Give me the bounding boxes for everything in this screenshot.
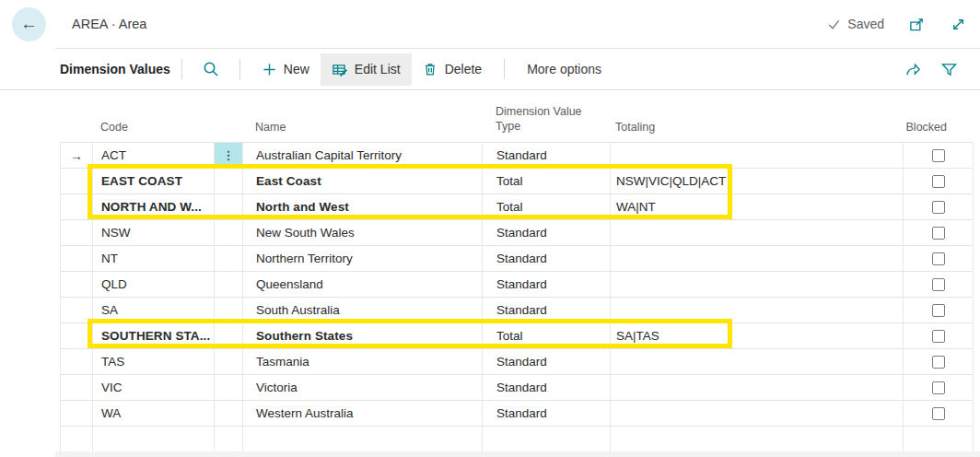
cell-code[interactable]: WA	[93, 401, 215, 426]
blocked-checkbox[interactable]	[932, 304, 945, 317]
table-row[interactable]	[61, 427, 973, 452]
cell-totaling[interactable]	[611, 427, 904, 451]
blocked-checkbox[interactable]	[932, 149, 945, 162]
cell-name[interactable]: Tasmania	[243, 349, 483, 374]
row-selector-cell[interactable]	[61, 349, 93, 374]
blocked-checkbox[interactable]	[932, 227, 945, 240]
row-menu-icon[interactable]: ⋮	[215, 143, 243, 168]
cell-totaling[interactable]: WA|NT	[611, 194, 904, 219]
cell-dimension-value-type[interactable]: Total	[483, 194, 611, 219]
cell-name[interactable]: Southern States	[243, 323, 483, 348]
cell-code[interactable]: VIC	[93, 375, 215, 400]
row-menu-cell[interactable]	[215, 298, 243, 322]
cell-dimension-value-type[interactable]	[483, 427, 611, 451]
column-header-name[interactable]: Name	[242, 121, 482, 134]
back-button[interactable]: ←	[12, 7, 46, 41]
open-in-new-window-icon[interactable]	[908, 16, 926, 33]
row-menu-cell[interactable]	[215, 169, 243, 193]
row-selector-cell[interactable]	[61, 169, 93, 193]
row-menu-cell[interactable]	[215, 220, 243, 245]
blocked-checkbox[interactable]	[932, 407, 945, 420]
cell-name[interactable]: Western Australia	[243, 401, 483, 426]
blocked-checkbox[interactable]	[932, 201, 945, 214]
row-selector-cell[interactable]	[61, 375, 93, 400]
table-row[interactable]: SOUTHERN STA... Southern States Total SA…	[61, 323, 973, 349]
cell-dimension-value-type[interactable]: Total	[483, 323, 611, 348]
expand-page-icon[interactable]	[950, 16, 967, 33]
cell-dimension-value-type[interactable]: Standard	[483, 272, 611, 297]
cell-dimension-value-type[interactable]: Standard	[483, 246, 611, 271]
row-selector-cell[interactable]	[61, 220, 93, 245]
blocked-checkbox[interactable]	[932, 381, 945, 394]
row-menu-cell[interactable]	[215, 323, 243, 348]
share-button[interactable]	[895, 55, 931, 84]
cell-name[interactable]: Australian Capital Territory	[243, 143, 483, 168]
row-selector-cell[interactable]	[61, 401, 93, 426]
table-row[interactable]: VIC Victoria Standard	[61, 375, 973, 401]
row-menu-cell[interactable]	[215, 272, 243, 297]
row-menu-cell[interactable]	[215, 349, 243, 374]
cell-dimension-value-type[interactable]: Standard	[483, 143, 611, 168]
cell-name[interactable]	[243, 427, 483, 451]
cell-code[interactable]: EAST COAST	[93, 169, 215, 193]
table-row[interactable]: WA Western Australia Standard	[61, 401, 973, 427]
cell-dimension-value-type[interactable]: Standard	[483, 349, 611, 374]
row-selector-cell[interactable]	[61, 194, 93, 219]
cell-code[interactable]	[93, 427, 215, 451]
table-row[interactable]: SA South Australia Standard	[61, 298, 973, 323]
table-row[interactable]: NORTH AND W... North and West Total WA|N…	[61, 194, 973, 220]
filter-button[interactable]	[931, 55, 967, 84]
row-selector-cell[interactable]	[61, 323, 93, 348]
row-selector-cell[interactable]	[61, 272, 93, 297]
cell-totaling[interactable]	[611, 246, 904, 271]
cell-name[interactable]: Queensland	[243, 272, 483, 297]
blocked-checkbox[interactable]	[932, 175, 945, 188]
cell-code[interactable]: NSW	[93, 220, 215, 245]
cell-totaling[interactable]	[611, 143, 904, 168]
cell-totaling[interactable]	[611, 298, 904, 322]
table-row[interactable]: NSW New South Wales Standard	[61, 220, 973, 246]
row-selector-cell[interactable]: →	[61, 143, 93, 168]
row-menu-cell[interactable]	[215, 375, 243, 400]
column-header-totaling[interactable]: Totaling	[610, 121, 903, 134]
cell-code[interactable]: NORTH AND W...	[93, 194, 215, 219]
blocked-checkbox[interactable]	[932, 356, 945, 369]
search-button[interactable]	[193, 55, 228, 83]
column-header-dimension-value-type[interactable]: Dimension Value Type	[482, 104, 610, 135]
cell-name[interactable]: North and West	[243, 194, 483, 219]
row-selector-cell[interactable]	[61, 298, 93, 322]
delete-button[interactable]: Delete	[412, 53, 493, 85]
column-header-code[interactable]: Code	[92, 121, 214, 134]
row-selector-cell[interactable]	[61, 246, 93, 271]
cell-totaling[interactable]: NSW|VIC|QLD|ACT	[611, 169, 904, 193]
cell-totaling[interactable]: SA|TAS	[611, 323, 904, 348]
row-menu-cell[interactable]	[215, 427, 243, 451]
cell-totaling[interactable]	[611, 272, 904, 297]
row-menu-cell[interactable]	[215, 194, 243, 219]
cell-totaling[interactable]	[611, 220, 904, 245]
cell-name[interactable]: New South Wales	[243, 220, 483, 245]
table-row[interactable]: NT Northern Territory Standard	[61, 246, 973, 272]
column-header-blocked[interactable]: Blocked	[903, 121, 973, 134]
edit-list-button[interactable]: Edit List	[321, 53, 412, 86]
cell-dimension-value-type[interactable]: Standard	[483, 401, 611, 426]
cell-code[interactable]: SA	[93, 298, 215, 322]
blocked-checkbox[interactable]	[932, 330, 945, 343]
cell-code[interactable]: QLD	[93, 272, 215, 297]
cell-code[interactable]: ACT	[93, 143, 215, 168]
cell-totaling[interactable]	[611, 375, 904, 400]
cell-dimension-value-type[interactable]: Standard	[483, 375, 611, 400]
cell-name[interactable]: East Coast	[243, 169, 483, 193]
row-menu-cell[interactable]	[215, 246, 243, 271]
cell-dimension-value-type[interactable]: Total	[483, 169, 611, 193]
row-menu-cell[interactable]	[215, 401, 243, 426]
more-options-button[interactable]: More options	[516, 53, 612, 85]
table-row[interactable]: → ACT ⋮ Australian Capital Territory Sta…	[61, 143, 973, 169]
table-row[interactable]: QLD Queensland Standard	[61, 272, 973, 298]
blocked-checkbox[interactable]	[932, 252, 945, 265]
table-row[interactable]: TAS Tasmania Standard	[61, 349, 973, 375]
blocked-checkbox[interactable]	[932, 278, 945, 291]
cell-dimension-value-type[interactable]: Standard	[483, 298, 611, 322]
cell-dimension-value-type[interactable]: Standard	[483, 220, 611, 245]
row-selector-cell[interactable]	[61, 427, 93, 451]
